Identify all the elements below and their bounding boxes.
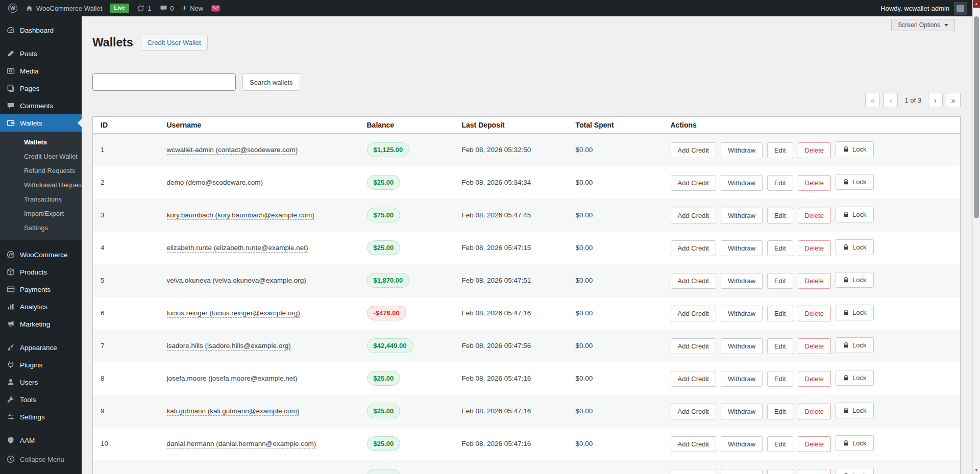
edit-button[interactable]: Edit — [767, 273, 793, 289]
edit-button[interactable]: Edit — [767, 436, 793, 452]
first-page-button[interactable]: « — [865, 93, 880, 107]
withdraw-button[interactable]: Withdraw — [721, 404, 763, 419]
withdraw-button[interactable]: Withdraw — [721, 469, 763, 474]
sidebar-item-dashboard[interactable]: Dashboard — [0, 21, 82, 39]
sidebar-item-plugins[interactable]: Plugins — [0, 356, 82, 373]
screen-options-button[interactable]: Screen Options — [891, 19, 955, 31]
search-wallets-button[interactable]: Search wallets — [242, 73, 300, 91]
howdy-text[interactable]: Howdy, wcwallet-admin — [880, 5, 949, 12]
submenu-item-import-export[interactable]: Import/Export — [0, 207, 82, 221]
delete-button[interactable]: Delete — [798, 175, 831, 191]
sidebar-item-posts[interactable]: Posts — [0, 45, 82, 62]
add-credit-button[interactable]: Add Credit — [671, 371, 716, 387]
lock-button[interactable]: Lock — [836, 272, 873, 288]
wordpress-logo[interactable]: W — [4, 0, 21, 16]
lock-button[interactable]: Lock — [836, 468, 873, 474]
delete-button[interactable]: Delete — [798, 273, 831, 289]
edit-button[interactable]: Edit — [767, 142, 793, 158]
delete-button[interactable]: Delete — [798, 371, 831, 387]
sidebar-item-tools[interactable]: Tools — [0, 391, 82, 408]
delete-button[interactable]: Delete — [798, 338, 831, 354]
lock-button[interactable]: Lock — [836, 207, 873, 222]
sidebar-item-settings[interactable]: Settings — [0, 408, 82, 426]
withdraw-button[interactable]: Withdraw — [721, 240, 763, 256]
add-credit-button[interactable]: Add Credit — [671, 142, 716, 158]
edit-button[interactable]: Edit — [767, 175, 793, 191]
withdraw-button[interactable]: Withdraw — [721, 142, 763, 158]
withdraw-button[interactable]: Withdraw — [721, 306, 763, 321]
delete-button[interactable]: Delete — [798, 469, 831, 474]
withdraw-button[interactable]: Withdraw — [721, 338, 763, 354]
edit-button[interactable]: Edit — [767, 208, 793, 223]
submenu-item-withdrawal-requests[interactable]: Withdrawal Requests — [0, 178, 82, 192]
add-credit-button[interactable]: Add Credit — [671, 469, 716, 474]
credit-user-wallet-button[interactable]: Credit User Wallet — [141, 35, 208, 51]
lock-button[interactable]: Lock — [836, 370, 873, 386]
updates-indicator[interactable]: 1 — [133, 0, 155, 16]
lock-button[interactable]: Lock — [836, 403, 873, 418]
delete-button[interactable]: Delete — [798, 404, 831, 419]
add-credit-button[interactable]: Add Credit — [671, 338, 716, 354]
collapse-menu-button[interactable]: Collapse Menu — [0, 451, 82, 468]
add-credit-button[interactable]: Add Credit — [671, 436, 716, 452]
delete-button[interactable]: Delete — [798, 208, 831, 223]
delete-button[interactable]: Delete — [798, 436, 831, 452]
lock-button[interactable]: Lock — [836, 239, 873, 255]
withdraw-button[interactable]: Withdraw — [721, 175, 763, 191]
sidebar-item-analytics[interactable]: Analytics — [0, 298, 82, 315]
sidebar-item-comments[interactable]: Comments — [0, 97, 82, 114]
scroll-up-button[interactable]: ▲ — [973, 0, 980, 8]
new-content-menu[interactable]: + New — [178, 0, 207, 16]
site-name-menu[interactable]: WooCommerce Wallet — [21, 0, 106, 16]
withdraw-button[interactable]: Withdraw — [721, 273, 763, 289]
lock-button[interactable]: Lock — [836, 337, 873, 353]
lock-button[interactable]: Lock — [836, 174, 873, 190]
add-credit-button[interactable]: Add Credit — [671, 273, 716, 289]
sidebar-item-wallets[interactable]: Wallets — [0, 114, 82, 132]
sidebar-item-marketing[interactable]: Marketing — [0, 315, 82, 333]
cell-last-deposit: Feb 08, 2026 05:47:56 — [454, 330, 568, 362]
add-credit-button[interactable]: Add Credit — [671, 306, 716, 321]
edit-button[interactable]: Edit — [767, 404, 793, 419]
edit-button[interactable]: Edit — [767, 338, 793, 354]
sidebar-item-aam[interactable]: AAM — [0, 432, 82, 449]
mail-menu[interactable] — [207, 0, 224, 16]
edit-button[interactable]: Edit — [767, 371, 793, 387]
avatar[interactable] — [954, 2, 967, 15]
submenu-item-credit-user-wallet[interactable]: Credit User Wallet — [0, 149, 82, 164]
submenu-item-wallets[interactable]: Wallets — [0, 135, 82, 149]
last-page-button[interactable]: » — [946, 93, 961, 107]
sidebar-item-appearance[interactable]: Appearance — [0, 339, 82, 356]
sidebar-item-products[interactable]: Products — [0, 263, 82, 281]
search-input[interactable] — [92, 73, 236, 91]
withdraw-button[interactable]: Withdraw — [721, 436, 763, 452]
sidebar-item-woocommerce[interactable]: WooCommerce — [0, 246, 82, 263]
add-credit-button[interactable]: Add Credit — [671, 175, 716, 191]
sidebar-item-payments[interactable]: Payments — [0, 281, 82, 298]
submenu-item-settings[interactable]: Settings — [0, 221, 82, 235]
edit-button[interactable]: Edit — [767, 306, 793, 321]
lock-button[interactable]: Lock — [836, 141, 873, 157]
delete-button[interactable]: Delete — [798, 306, 831, 321]
add-credit-button[interactable]: Add Credit — [671, 240, 716, 256]
scroll-down-button[interactable]: ▼ — [973, 466, 980, 474]
delete-button[interactable]: Delete — [798, 142, 831, 158]
add-credit-button[interactable]: Add Credit — [671, 208, 716, 223]
prev-page-button[interactable]: ‹ — [883, 93, 898, 107]
delete-button[interactable]: Delete — [798, 240, 831, 256]
withdraw-button[interactable]: Withdraw — [721, 371, 763, 387]
sidebar-item-media[interactable]: Media — [0, 62, 82, 80]
lock-button[interactable]: Lock — [836, 435, 873, 451]
add-credit-button[interactable]: Add Credit — [671, 404, 716, 419]
withdraw-button[interactable]: Withdraw — [721, 208, 763, 223]
comments-indicator[interactable]: 0 — [156, 0, 178, 16]
submenu-item-refund-requests[interactable]: Refund Requests — [0, 164, 82, 178]
edit-button[interactable]: Edit — [767, 469, 793, 474]
next-page-button[interactable]: › — [928, 93, 943, 107]
sidebar-item-users[interactable]: Users — [0, 373, 82, 391]
scrollbar-thumb[interactable] — [974, 16, 979, 218]
edit-button[interactable]: Edit — [767, 240, 793, 256]
lock-button[interactable]: Lock — [836, 305, 873, 320]
submenu-item-transactions[interactable]: Transactions — [0, 192, 82, 207]
sidebar-item-pages[interactable]: Pages — [0, 80, 82, 97]
